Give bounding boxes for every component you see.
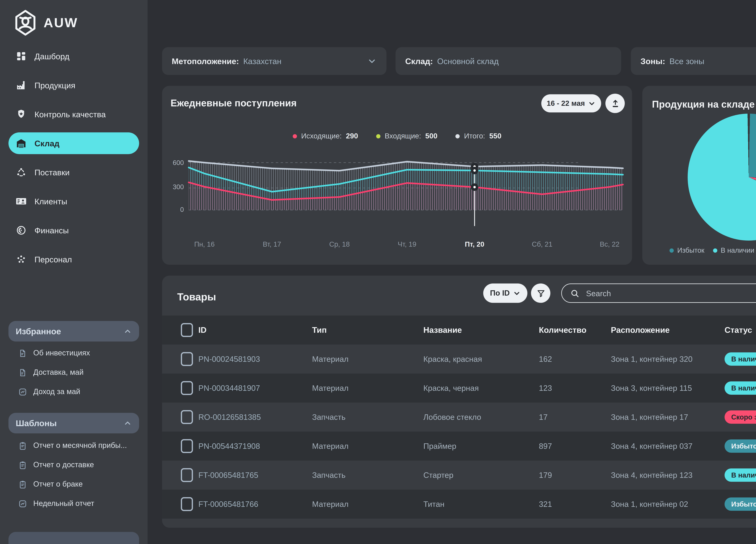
filter-value: Все зоны xyxy=(670,57,704,66)
cell-qty: 17 xyxy=(539,412,548,422)
sidebar: AUW ДашбордПродукцияКонтроль качестваСкл… xyxy=(0,0,148,544)
auw-logo-icon xyxy=(13,10,37,36)
column-header: Тип xyxy=(312,325,327,334)
template-item[interactable]: Отчет о браке xyxy=(0,474,148,494)
clipboard-icon xyxy=(18,460,27,469)
row-checkbox[interactable] xyxy=(181,352,193,366)
template-item[interactable]: Недельный отчет xyxy=(0,494,148,513)
filter-склад[interactable]: Склад:Основной склад xyxy=(396,47,621,75)
svg-text:Ср, 18: Ср, 18 xyxy=(329,240,350,248)
cell-id: PN-00034481907 xyxy=(198,383,260,392)
sidebar-item-Персонал[interactable]: Персонал xyxy=(0,245,148,274)
legend-dot xyxy=(669,248,674,253)
cell-qty: 179 xyxy=(539,471,552,480)
favorites-title: Избранное xyxy=(16,326,61,336)
cell-name: Лобовое стекло xyxy=(423,412,481,422)
row-checkbox[interactable] xyxy=(181,497,193,511)
sidebar-item-label: Контроль качества xyxy=(34,110,106,119)
column-header: Название xyxy=(423,325,462,334)
cell-location: Зона 1, контейнер 02 xyxy=(611,500,688,509)
products-title: Товары xyxy=(177,291,216,303)
svg-text:600: 600 xyxy=(173,159,184,166)
status-badge: В наличии xyxy=(725,381,756,395)
favorite-item[interactable]: Доход за май xyxy=(0,382,148,401)
column-header: Количество xyxy=(539,325,587,334)
template-item[interactable]: Отчет о доставке xyxy=(0,455,148,474)
stock-pie-title: Продукция на складе xyxy=(652,99,755,110)
stock-pie-chart xyxy=(688,114,756,241)
products-search xyxy=(561,283,756,303)
search-input[interactable] xyxy=(585,288,756,298)
table-header: IDТипНазваниеКоличествоРасположениеСтату… xyxy=(162,315,756,344)
cell-type: Запчасть xyxy=(312,471,345,480)
cell-type: Материал xyxy=(312,441,349,451)
template-item-label: Отчет о доставке xyxy=(33,461,94,469)
sidebar-item-Финансы[interactable]: Финансы xyxy=(0,216,148,245)
stock-pie-card: Продукция на складе ИзбытокВ наличииСкор… xyxy=(642,86,756,265)
funnel-icon xyxy=(536,288,545,298)
table-row[interactable]: RO-00126581385ЗапчастьЛобовое стекло17Зо… xyxy=(162,402,756,432)
table-row[interactable]: FT-00065481766МатериалТитан321Зона 1, ко… xyxy=(162,490,756,519)
logo: AUW xyxy=(0,0,148,36)
cell-name: Стартер xyxy=(423,471,453,480)
file-icon xyxy=(18,368,27,377)
template-item[interactable]: Отчет о месячной прибы... xyxy=(0,436,148,455)
sort-by-value: По ID xyxy=(490,289,510,297)
cell-location: Зона 4, контейнер 123 xyxy=(611,471,692,480)
row-checkbox[interactable] xyxy=(181,468,193,482)
row-checkbox[interactable] xyxy=(181,439,193,453)
filter-зоны[interactable]: Зоны:Все зоны xyxy=(631,47,756,75)
table-row[interactable]: FT-00065481765ЗапчастьСтартер179Зона 4, … xyxy=(162,461,756,490)
sidebar-item-Клиенты[interactable]: Клиенты xyxy=(0,187,148,216)
svg-text:Вс, 22: Вс, 22 xyxy=(600,240,619,248)
row-checkbox[interactable] xyxy=(181,381,193,395)
sort-by-select[interactable]: По ID xyxy=(483,283,527,303)
sidebar-item-Дашборд[interactable]: Дашборд xyxy=(0,42,148,71)
sidebar-section-cut[interactable] xyxy=(8,532,139,544)
svg-text:Вт, 17: Вт, 17 xyxy=(263,240,281,248)
daily-chart-plot[interactable]: 6003000Пн, 16Вт, 17Ср, 18Чт, 19Пт, 20Сб,… xyxy=(162,86,632,265)
sidebar-item-label: Финансы xyxy=(34,226,69,235)
clipboard-icon xyxy=(18,480,27,489)
filter-метоположение[interactable]: Метоположение:Казахстан xyxy=(162,47,386,75)
chevron-down-icon xyxy=(367,56,377,66)
status-badge: Избыток xyxy=(725,439,756,453)
pie-legend-item: Избыток xyxy=(669,247,704,254)
favorite-item-label: Об инвестициях xyxy=(33,349,90,357)
cell-type: Запчасть xyxy=(312,412,345,422)
table-row[interactable]: PN-00544371908МатериалПраймер897Зона 4, … xyxy=(162,432,756,461)
cell-name: Краска, красная xyxy=(423,354,482,363)
sidebar-item-label: Клиенты xyxy=(34,197,67,206)
cell-location: Зона 4, контейнер 037 xyxy=(611,441,692,451)
sidebar-section-favorites[interactable]: Избранное xyxy=(8,321,139,341)
sidebar-item-Контроль качества[interactable]: Контроль качества xyxy=(0,100,148,129)
sidebar-item-label: Дашборд xyxy=(34,52,69,61)
cell-type: Материал xyxy=(312,354,349,363)
row-checkbox[interactable] xyxy=(181,410,193,424)
table-row[interactable]: PN-00024581903МатериалКраска, красная162… xyxy=(162,344,756,373)
table-row[interactable]: PN-00034481907МатериалКраска, черная123З… xyxy=(162,373,756,402)
favorite-item[interactable]: Об инвестициях xyxy=(0,343,148,363)
favorite-item[interactable]: Доставка, май xyxy=(0,363,148,382)
status-badge: Скоро закончится xyxy=(725,410,756,424)
app-window: AUW ДашбордПродукцияКонтроль качестваСкл… xyxy=(0,0,756,544)
dashboard-icon xyxy=(16,51,27,62)
filter-value: Основной склад xyxy=(437,57,499,66)
status-badge: В наличии xyxy=(725,468,756,482)
cell-location: Зона 3, контейнер 115 xyxy=(611,383,692,392)
chevron-up-icon xyxy=(123,419,132,427)
sidebar-item-Склад[interactable]: Склад xyxy=(8,132,139,154)
status-badge: Избыток xyxy=(725,497,756,511)
template-item-label: Отчет о месячной прибы... xyxy=(33,441,127,450)
sidebar-item-Продукция[interactable]: Продукция xyxy=(0,71,148,100)
filter-label: Зоны: xyxy=(640,57,665,66)
supply-network-icon xyxy=(16,167,27,178)
sidebar-section-templates[interactable]: Шаблоны xyxy=(8,413,139,433)
column-header: Расположение xyxy=(611,325,670,334)
column-header: Статус xyxy=(725,325,752,334)
select-all-checkbox[interactable] xyxy=(181,323,193,337)
sidebar-item-Поставки[interactable]: Поставки xyxy=(0,158,148,187)
filter-button[interactable] xyxy=(531,283,550,303)
template-item-label: Отчет о браке xyxy=(33,480,83,488)
cell-type: Материал xyxy=(312,383,349,392)
